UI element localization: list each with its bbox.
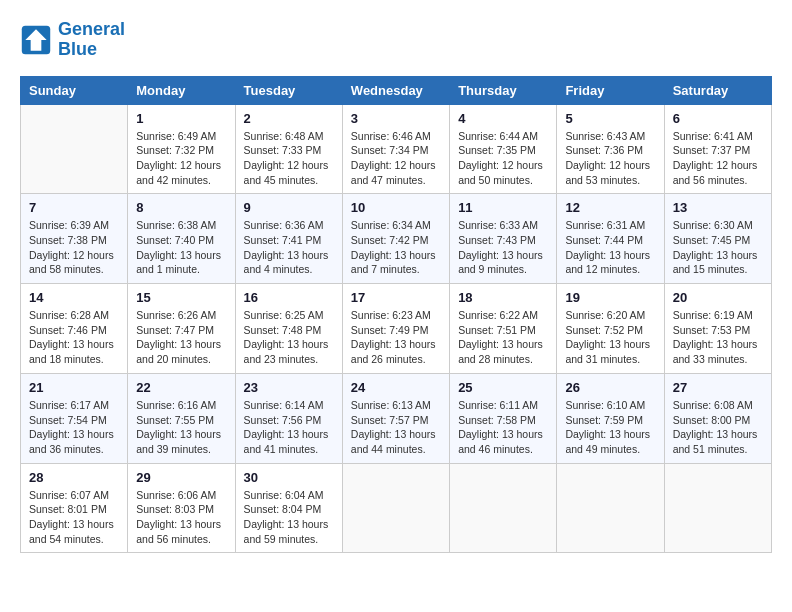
day-info: Sunrise: 6:44 AM Sunset: 7:35 PM Dayligh…	[458, 129, 548, 188]
page-header: General Blue	[20, 20, 772, 60]
calendar-day-cell: 5Sunrise: 6:43 AM Sunset: 7:36 PM Daylig…	[557, 104, 664, 194]
calendar-week-row: 21Sunrise: 6:17 AM Sunset: 7:54 PM Dayli…	[21, 373, 772, 463]
day-number: 14	[29, 290, 119, 305]
day-number: 12	[565, 200, 655, 215]
weekday-header: Thursday	[450, 76, 557, 104]
day-number: 8	[136, 200, 226, 215]
calendar-day-cell: 18Sunrise: 6:22 AM Sunset: 7:51 PM Dayli…	[450, 284, 557, 374]
day-info: Sunrise: 6:38 AM Sunset: 7:40 PM Dayligh…	[136, 218, 226, 277]
day-info: Sunrise: 6:08 AM Sunset: 8:00 PM Dayligh…	[673, 398, 763, 457]
calendar-day-cell	[664, 463, 771, 553]
day-number: 2	[244, 111, 334, 126]
day-info: Sunrise: 6:17 AM Sunset: 7:54 PM Dayligh…	[29, 398, 119, 457]
calendar-day-cell: 10Sunrise: 6:34 AM Sunset: 7:42 PM Dayli…	[342, 194, 449, 284]
day-info: Sunrise: 6:30 AM Sunset: 7:45 PM Dayligh…	[673, 218, 763, 277]
day-number: 17	[351, 290, 441, 305]
day-number: 9	[244, 200, 334, 215]
day-info: Sunrise: 6:10 AM Sunset: 7:59 PM Dayligh…	[565, 398, 655, 457]
calendar-day-cell: 21Sunrise: 6:17 AM Sunset: 7:54 PM Dayli…	[21, 373, 128, 463]
day-info: Sunrise: 6:33 AM Sunset: 7:43 PM Dayligh…	[458, 218, 548, 277]
day-info: Sunrise: 6:04 AM Sunset: 8:04 PM Dayligh…	[244, 488, 334, 547]
day-info: Sunrise: 6:28 AM Sunset: 7:46 PM Dayligh…	[29, 308, 119, 367]
day-info: Sunrise: 6:19 AM Sunset: 7:53 PM Dayligh…	[673, 308, 763, 367]
calendar-day-cell: 23Sunrise: 6:14 AM Sunset: 7:56 PM Dayli…	[235, 373, 342, 463]
calendar-day-cell: 12Sunrise: 6:31 AM Sunset: 7:44 PM Dayli…	[557, 194, 664, 284]
day-info: Sunrise: 6:07 AM Sunset: 8:01 PM Dayligh…	[29, 488, 119, 547]
day-info: Sunrise: 6:11 AM Sunset: 7:58 PM Dayligh…	[458, 398, 548, 457]
weekday-header: Monday	[128, 76, 235, 104]
calendar-week-row: 1Sunrise: 6:49 AM Sunset: 7:32 PM Daylig…	[21, 104, 772, 194]
day-info: Sunrise: 6:49 AM Sunset: 7:32 PM Dayligh…	[136, 129, 226, 188]
day-number: 28	[29, 470, 119, 485]
day-info: Sunrise: 6:26 AM Sunset: 7:47 PM Dayligh…	[136, 308, 226, 367]
day-info: Sunrise: 6:23 AM Sunset: 7:49 PM Dayligh…	[351, 308, 441, 367]
day-number: 7	[29, 200, 119, 215]
calendar-day-cell: 16Sunrise: 6:25 AM Sunset: 7:48 PM Dayli…	[235, 284, 342, 374]
day-number: 29	[136, 470, 226, 485]
calendar-table: SundayMondayTuesdayWednesdayThursdayFrid…	[20, 76, 772, 554]
calendar-day-cell: 22Sunrise: 6:16 AM Sunset: 7:55 PM Dayli…	[128, 373, 235, 463]
calendar-day-cell: 26Sunrise: 6:10 AM Sunset: 7:59 PM Dayli…	[557, 373, 664, 463]
calendar-day-cell: 1Sunrise: 6:49 AM Sunset: 7:32 PM Daylig…	[128, 104, 235, 194]
day-number: 30	[244, 470, 334, 485]
calendar-week-row: 14Sunrise: 6:28 AM Sunset: 7:46 PM Dayli…	[21, 284, 772, 374]
day-info: Sunrise: 6:43 AM Sunset: 7:36 PM Dayligh…	[565, 129, 655, 188]
logo: General Blue	[20, 20, 125, 60]
day-info: Sunrise: 6:13 AM Sunset: 7:57 PM Dayligh…	[351, 398, 441, 457]
day-info: Sunrise: 6:36 AM Sunset: 7:41 PM Dayligh…	[244, 218, 334, 277]
day-number: 10	[351, 200, 441, 215]
logo-text: General Blue	[58, 20, 125, 60]
calendar-day-cell: 20Sunrise: 6:19 AM Sunset: 7:53 PM Dayli…	[664, 284, 771, 374]
calendar-day-cell: 28Sunrise: 6:07 AM Sunset: 8:01 PM Dayli…	[21, 463, 128, 553]
logo-icon	[20, 24, 52, 56]
day-number: 11	[458, 200, 548, 215]
day-number: 26	[565, 380, 655, 395]
day-number: 5	[565, 111, 655, 126]
calendar-day-cell: 4Sunrise: 6:44 AM Sunset: 7:35 PM Daylig…	[450, 104, 557, 194]
calendar-day-cell: 25Sunrise: 6:11 AM Sunset: 7:58 PM Dayli…	[450, 373, 557, 463]
day-info: Sunrise: 6:48 AM Sunset: 7:33 PM Dayligh…	[244, 129, 334, 188]
weekday-header: Tuesday	[235, 76, 342, 104]
day-number: 16	[244, 290, 334, 305]
weekday-header-row: SundayMondayTuesdayWednesdayThursdayFrid…	[21, 76, 772, 104]
day-number: 13	[673, 200, 763, 215]
day-info: Sunrise: 6:41 AM Sunset: 7:37 PM Dayligh…	[673, 129, 763, 188]
calendar-day-cell: 19Sunrise: 6:20 AM Sunset: 7:52 PM Dayli…	[557, 284, 664, 374]
calendar-day-cell	[557, 463, 664, 553]
calendar-day-cell	[450, 463, 557, 553]
calendar-day-cell: 14Sunrise: 6:28 AM Sunset: 7:46 PM Dayli…	[21, 284, 128, 374]
day-number: 3	[351, 111, 441, 126]
calendar-day-cell	[21, 104, 128, 194]
day-info: Sunrise: 6:34 AM Sunset: 7:42 PM Dayligh…	[351, 218, 441, 277]
day-info: Sunrise: 6:46 AM Sunset: 7:34 PM Dayligh…	[351, 129, 441, 188]
day-info: Sunrise: 6:39 AM Sunset: 7:38 PM Dayligh…	[29, 218, 119, 277]
day-number: 23	[244, 380, 334, 395]
calendar-day-cell: 17Sunrise: 6:23 AM Sunset: 7:49 PM Dayli…	[342, 284, 449, 374]
calendar-week-row: 7Sunrise: 6:39 AM Sunset: 7:38 PM Daylig…	[21, 194, 772, 284]
calendar-week-row: 28Sunrise: 6:07 AM Sunset: 8:01 PM Dayli…	[21, 463, 772, 553]
calendar-day-cell: 6Sunrise: 6:41 AM Sunset: 7:37 PM Daylig…	[664, 104, 771, 194]
day-number: 18	[458, 290, 548, 305]
day-info: Sunrise: 6:31 AM Sunset: 7:44 PM Dayligh…	[565, 218, 655, 277]
weekday-header: Wednesday	[342, 76, 449, 104]
day-number: 22	[136, 380, 226, 395]
day-info: Sunrise: 6:06 AM Sunset: 8:03 PM Dayligh…	[136, 488, 226, 547]
day-number: 1	[136, 111, 226, 126]
calendar-day-cell: 27Sunrise: 6:08 AM Sunset: 8:00 PM Dayli…	[664, 373, 771, 463]
day-number: 27	[673, 380, 763, 395]
calendar-day-cell: 3Sunrise: 6:46 AM Sunset: 7:34 PM Daylig…	[342, 104, 449, 194]
day-number: 4	[458, 111, 548, 126]
day-info: Sunrise: 6:16 AM Sunset: 7:55 PM Dayligh…	[136, 398, 226, 457]
calendar-day-cell	[342, 463, 449, 553]
calendar-day-cell: 15Sunrise: 6:26 AM Sunset: 7:47 PM Dayli…	[128, 284, 235, 374]
day-number: 19	[565, 290, 655, 305]
day-info: Sunrise: 6:22 AM Sunset: 7:51 PM Dayligh…	[458, 308, 548, 367]
weekday-header: Friday	[557, 76, 664, 104]
calendar-day-cell: 24Sunrise: 6:13 AM Sunset: 7:57 PM Dayli…	[342, 373, 449, 463]
day-number: 25	[458, 380, 548, 395]
day-number: 20	[673, 290, 763, 305]
day-number: 24	[351, 380, 441, 395]
day-number: 6	[673, 111, 763, 126]
day-info: Sunrise: 6:25 AM Sunset: 7:48 PM Dayligh…	[244, 308, 334, 367]
calendar-day-cell: 2Sunrise: 6:48 AM Sunset: 7:33 PM Daylig…	[235, 104, 342, 194]
